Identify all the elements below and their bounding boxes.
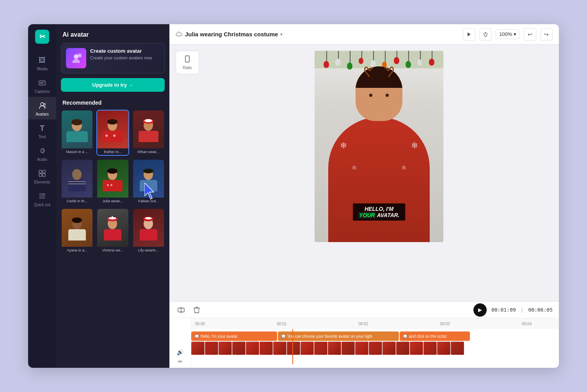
subtitle-overlay: HELLO, I'M YOUR AVATAR. xyxy=(353,203,405,221)
video-frame-14[interactable] xyxy=(369,342,382,355)
main-area: Julia wearing Christmas costume ▾ 100% ▾ xyxy=(169,24,559,368)
avatar-label-lily: Lily wearin... xyxy=(133,247,164,253)
delete-clip-button[interactable] xyxy=(191,305,202,315)
left-panel: Ai avatar AI Create custom avatar Create… xyxy=(56,24,169,368)
sidebar-item-media[interactable]: 🖼 Media xyxy=(28,52,56,74)
zoom-control[interactable]: 100% ▾ xyxy=(496,29,520,39)
video-track-row xyxy=(191,343,559,354)
svg-point-3 xyxy=(41,103,44,106)
canvas-area: Ratio xyxy=(169,45,559,301)
svg-text:❄ ❄: ❄ ❄ xyxy=(107,184,113,187)
split-tool-button[interactable] xyxy=(176,305,187,315)
video-frame-9[interactable] xyxy=(301,342,314,355)
custom-avatar-preview: AI xyxy=(66,48,86,68)
sidebar-item-avatars[interactable]: Avatars xyxy=(28,97,56,119)
volume-icon[interactable]: 🔊 xyxy=(177,349,183,355)
svg-text:❄: ❄ xyxy=(113,134,116,138)
video-frame-5[interactable] xyxy=(246,342,259,355)
video-frame-16[interactable] xyxy=(396,342,409,355)
svg-point-43 xyxy=(112,216,113,218)
svg-rect-34 xyxy=(140,180,157,191)
subtitle-rest: AVATAR. xyxy=(377,212,400,218)
captions-icon xyxy=(37,77,48,88)
custom-avatar-subtitle: Create your custom avatars now xyxy=(90,55,160,61)
sidebar-label-media: Media xyxy=(37,67,47,71)
timeline-ruler: 00:00 00:01 00:02 00:03 00:04 xyxy=(169,318,559,329)
subtitle-clip-2[interactable]: 💬 You can choose your favorite avatar on… xyxy=(278,331,399,341)
cloud-save-icon xyxy=(176,31,183,38)
subtitle-clip-3[interactable]: 💬 and click on the script xyxy=(400,331,470,341)
svg-point-25 xyxy=(72,169,82,180)
video-frame-13[interactable] xyxy=(355,342,368,355)
sidebar-item-captions[interactable]: Captions xyxy=(28,74,56,97)
header-controls: 100% ▾ ↩ ↪ xyxy=(463,28,553,41)
avatar-card-lily[interactable]: Lily wearin... xyxy=(132,208,165,254)
custom-avatar-title: Create custom avatar xyxy=(90,48,160,54)
avatar-grid: Mason in a ... ❄ ❄ Esther in... xyxy=(56,110,169,254)
avatar-card-fabian[interactable]: Fabian out... xyxy=(132,159,165,205)
sidebar-item-text[interactable]: T Text xyxy=(28,119,56,142)
sidebar-item-elements[interactable]: Elements xyxy=(28,165,56,187)
avatar-label-ayana: Ayana in a... xyxy=(62,247,92,253)
video-frame-15[interactable] xyxy=(382,342,396,355)
svg-point-18 xyxy=(107,119,117,125)
subtitle-clip-1[interactable]: 💬 Hello, I'm your avatar. xyxy=(191,331,277,341)
avatar-card-carlie[interactable]: Carlie in th... xyxy=(61,159,93,205)
video-frame-6[interactable] xyxy=(260,342,273,355)
track-controls: 🔊 ✏ xyxy=(169,318,191,368)
svg-rect-6 xyxy=(43,170,45,173)
sidebar-label-audio: Audio xyxy=(37,157,47,162)
video-frame-3[interactable] xyxy=(219,342,232,355)
video-frame-1[interactable] xyxy=(191,342,205,355)
video-frame-12[interactable] xyxy=(342,342,355,355)
video-frame-10[interactable] xyxy=(314,342,327,355)
avatar-img-fabian xyxy=(133,160,164,198)
subtitle-highlight: YOUR xyxy=(358,212,375,218)
subtitle-line1: HELLO, I'M xyxy=(358,206,400,212)
avatar-card-esther[interactable]: ❄ ❄ Esther in... xyxy=(96,110,129,156)
hand-tool-button[interactable] xyxy=(479,28,492,41)
ruler-mark-0: 00:00 xyxy=(195,322,205,326)
video-frame-17[interactable] xyxy=(410,342,423,355)
svg-point-24 xyxy=(144,119,152,122)
timeline-area: ▶ 00:01:09 | 00:06:05 🔊 ✏ 00:00 xyxy=(169,301,559,368)
play-preview-button[interactable] xyxy=(463,28,475,41)
undo-button[interactable]: ↩ xyxy=(524,28,536,41)
app-logo[interactable]: ✂ xyxy=(35,30,49,44)
video-frame-4[interactable] xyxy=(232,342,245,355)
sidebar-item-audio[interactable]: Audio xyxy=(28,142,56,165)
subtitle-track: 💬 Hello, I'm your avatar. 💬 You can choo… xyxy=(191,331,559,341)
avatar-card-mason[interactable]: Mason in a ... xyxy=(61,110,93,156)
title-chevron-icon[interactable]: ▾ xyxy=(280,32,283,37)
avatar-label-fabian: Fabian out... xyxy=(133,198,164,204)
video-frame-18[interactable] xyxy=(423,342,437,355)
svg-point-15 xyxy=(71,119,82,125)
current-time-display: 00:01:09 xyxy=(491,307,516,313)
svg-rect-45 xyxy=(140,229,157,241)
time-divider: | xyxy=(521,307,524,313)
panel-title: Ai avatar xyxy=(56,24,169,43)
video-frame-7[interactable] xyxy=(273,342,286,355)
timeline-tracks-container: 🔊 ✏ 00:00 00:01 00:02 00:03 00:04 xyxy=(169,318,559,368)
redo-button[interactable]: ↪ xyxy=(540,28,553,41)
video-frame-19[interactable] xyxy=(437,342,450,355)
video-frame-8[interactable] xyxy=(287,342,300,355)
video-frame-11[interactable] xyxy=(328,342,341,355)
avatar-label-esther: Esther in... xyxy=(97,148,128,155)
sidebar-label-text: Text xyxy=(39,135,46,139)
avatar-card-ethan[interactable]: Ethan wear... xyxy=(132,110,165,156)
avatar-card-victoria[interactable]: Victoria we... xyxy=(96,208,129,254)
upgrade-button[interactable]: Upgrade to try → xyxy=(61,78,165,92)
custom-avatar-card[interactable]: AI Create custom avatar Create your cust… xyxy=(61,43,165,73)
ratio-button[interactable]: Ratio xyxy=(176,51,199,74)
sidebar-item-quickcut[interactable]: Quick cut xyxy=(28,187,56,210)
edit-icon[interactable]: ✏ xyxy=(178,358,183,365)
video-frame-2[interactable] xyxy=(205,342,218,355)
sidebar-label-captions: Captions xyxy=(34,89,50,94)
video-frame-20[interactable] xyxy=(451,342,464,355)
ratio-label: Ratio xyxy=(183,66,192,70)
media-icon: 🖼 xyxy=(37,55,48,66)
avatar-card-julia[interactable]: ❄ ❄ Julia weari... xyxy=(96,159,129,205)
timeline-play-button[interactable]: ▶ xyxy=(473,303,487,317)
avatar-card-ayana[interactable]: Ayana in a... xyxy=(61,208,93,254)
